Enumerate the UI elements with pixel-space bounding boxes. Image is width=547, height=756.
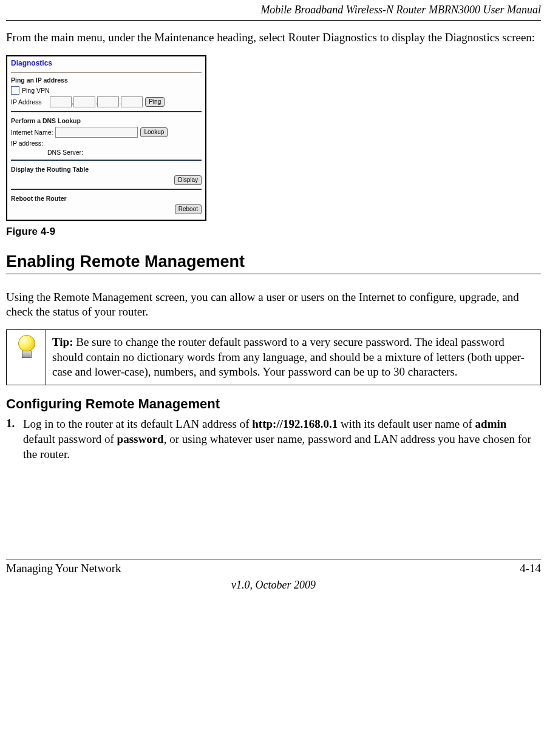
dns-section-heading: Perform a DNS Lookup [11,117,202,124]
footer-left: Managing Your Network [6,562,121,575]
section-heading: Enabling Remote Management [6,252,541,271]
tip-label: Tip: [52,336,73,348]
reboot-button[interactable]: Reboot [175,204,202,214]
intro-paragraph: From the main menu, under the Maintenanc… [6,30,541,46]
ping-vpn-label: Ping VPN [22,87,50,94]
subsection-heading: Configuring Remote Management [6,396,541,412]
ping-section-heading: Ping an IP address [11,76,202,84]
internet-name-label: Internet Name: [11,129,53,136]
ip-address-label: IP Address [11,98,47,106]
step-1: 1. Log in to the router at its default L… [6,417,541,462]
figure-caption: Figure 4-9 [6,226,541,238]
running-header: Mobile Broadband Wireless-N Router MBRN3… [6,0,541,19]
ping-vpn-checkbox[interactable] [11,86,19,95]
reboot-section-heading: Reboot the Router [11,195,202,202]
step-text: Log in to the router at its default LAN … [23,417,541,462]
diagnostics-title: Diagnostics [11,58,202,70]
dns-ip-address-label: IP address: [11,140,43,147]
footer-center: v1.0, October 2009 [6,575,541,600]
dns-server-label: DNS Server: [47,149,83,156]
step-number: 1. [6,417,23,462]
ping-button[interactable]: Ping [145,97,165,107]
tip-body: Be sure to change the router default pas… [52,336,525,378]
lightbulb-icon [16,335,36,359]
lookup-button[interactable]: Lookup [140,127,168,137]
internet-name-input[interactable] [55,127,138,138]
section-heading-rule [6,274,541,274]
ip-octet-4-input[interactable] [121,96,143,107]
ip-octet-1-input[interactable] [50,96,72,107]
ip-octet-3-input[interactable] [97,96,119,107]
footer-rule [6,559,541,559]
header-rule [6,20,541,21]
routing-section-heading: Display the Routing Table [11,166,202,173]
footer-right: 4-14 [520,562,541,575]
tip-text: Tip: Be sure to change the router defaul… [46,330,541,385]
ip-octet-2-input[interactable] [73,96,95,107]
section-paragraph: Using the Remote Management screen, you … [6,290,541,320]
diagnostics-panel: Diagnostics Ping an IP address Ping VPN … [6,55,206,221]
display-button[interactable]: Display [174,175,202,185]
tip-box: Tip: Be sure to change the router defaul… [6,329,541,385]
